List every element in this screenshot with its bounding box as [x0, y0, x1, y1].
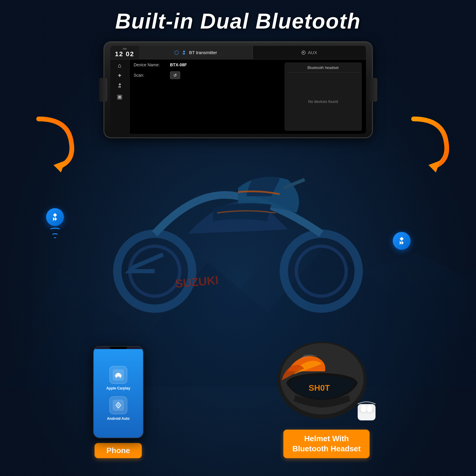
bluetooth-tab-icon: ⬡ [174, 49, 179, 56]
bt-circle-left [46, 208, 64, 226]
bluetooth-badge-phone [46, 208, 64, 239]
svg-text:SH0T: SH0T [309, 383, 330, 392]
device-name-label: Device Name: [134, 62, 166, 67]
device-name-row: Device Name: BTX-08F [134, 62, 280, 67]
android-row: Android Auto [97, 396, 140, 421]
bluetooth-headset-title: Bluetooth headset [288, 65, 359, 73]
svg-point-24 [359, 405, 374, 408]
device-body: AM 12 02 ⬡ BT transmitter AUX [104, 42, 372, 137]
device-wrapper: AM 12 02 ⬡ BT transmitter AUX [104, 42, 372, 137]
scan-button[interactable]: ↺ [170, 71, 180, 79]
arrow-right-icon [405, 113, 452, 172]
phone-label: Phone [95, 443, 142, 458]
phone-device: Apple Carplay Android Auto [93, 346, 144, 438]
bt-symbol-icon [181, 50, 187, 55]
screen-body: ⌂ ✦ ▣ Device [110, 59, 366, 134]
bt-circle-right [393, 232, 411, 250]
android-logo [113, 400, 124, 411]
helmet-image-area: SH0T [270, 336, 383, 425]
bluetooth-devices-panel: Bluetooth headset No devices found [285, 62, 362, 131]
svg-point-11 [115, 376, 117, 378]
page-title: Built-in Dual Bluetooth [115, 9, 361, 33]
aux-dot-icon [301, 51, 306, 55]
time-display: AM 12 02 [110, 46, 139, 59]
phone-sidebar-icon[interactable]: ▣ [117, 94, 122, 100]
home-icon[interactable]: ⌂ [118, 62, 121, 68]
device-name-value: BTX-08F [170, 62, 187, 67]
bluetooth-sidebar-icon[interactable] [117, 83, 123, 89]
helmet-label-line2: Bluetooth Headset [292, 444, 361, 453]
screen-topbar: AM 12 02 ⬡ BT transmitter AUX [110, 46, 366, 59]
helmet-label: Helmet With Bluetooth Headset [283, 430, 370, 458]
wifi-waves [46, 228, 64, 239]
tab-aux-label: AUX [308, 50, 317, 55]
earbuds-svg [356, 398, 386, 422]
phone-notch [109, 347, 127, 349]
bluetooth-badge-helmet [393, 232, 411, 250]
screen-sidebar: ⌂ ✦ ▣ [110, 59, 130, 134]
scan-label: Scan: [134, 73, 166, 78]
bt-logo-left [50, 212, 60, 222]
bottom-items: Apple Carplay Android Auto [0, 336, 476, 458]
arrow-left-icon [30, 113, 77, 172]
phone-container: Apple Carplay Android Auto [93, 346, 144, 458]
tab-bt-label: BT transmitter [189, 50, 217, 55]
device-screen: AM 12 02 ⬡ BT transmitter AUX [110, 46, 366, 134]
tab-aux[interactable]: AUX [253, 46, 366, 59]
scan-row: Scan: ↺ [134, 71, 280, 79]
bt-logo-right [397, 236, 406, 246]
carplay-logo [113, 369, 124, 381]
screen-main-panel: Device Name: BTX-08F Scan: ↺ Bluetooth h… [130, 59, 366, 134]
carplay-label: Apple Carplay [106, 386, 130, 390]
svg-point-12 [120, 376, 121, 378]
no-devices-text: No devices found [288, 75, 359, 128]
phone-screen: Apple Carplay Android Auto [94, 349, 143, 438]
carplay-row: Apple Carplay [97, 366, 140, 390]
bt-info-panel: Device Name: BTX-08F Scan: ↺ [134, 62, 280, 131]
time-value: 12 02 [115, 50, 134, 58]
tab-bt-transmitter[interactable]: ⬡ BT transmitter [139, 46, 253, 59]
android-label: Android Auto [107, 417, 130, 421]
time-am: AM [122, 47, 127, 50]
brightness-icon[interactable]: ✦ [117, 73, 122, 78]
android-icon [109, 396, 127, 414]
helmet-label-line1: Helmet With [304, 434, 349, 443]
helmet-container: SH0T [270, 336, 383, 458]
carplay-icon [109, 366, 127, 384]
